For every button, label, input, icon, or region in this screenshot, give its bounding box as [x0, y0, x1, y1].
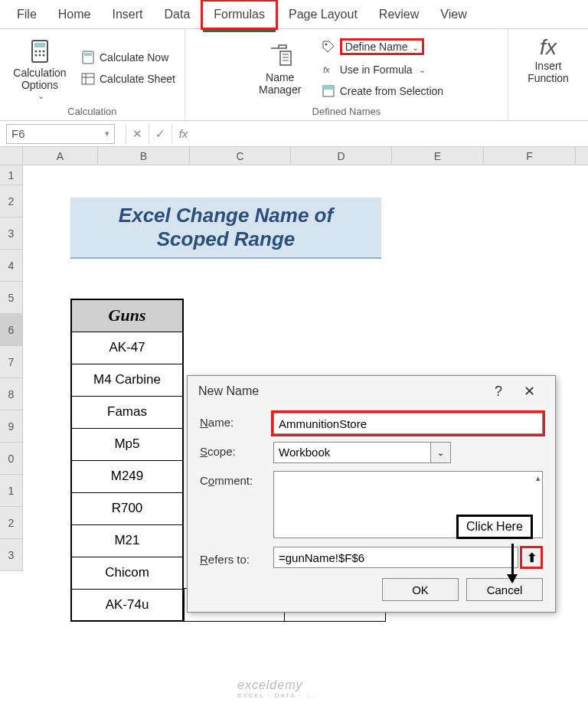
tab-home[interactable]: Home	[47, 2, 102, 28]
formula-input[interactable]	[194, 124, 588, 144]
cell[interactable]: Mp5	[71, 428, 183, 460]
col-header-c[interactable]: C	[190, 147, 291, 165]
svg-point-7	[43, 54, 45, 56]
tab-formulas[interactable]: Formulas	[201, 0, 278, 30]
cell[interactable]: AK-47	[71, 332, 183, 364]
scope-select[interactable]: Workbook	[273, 442, 431, 463]
row-header[interactable]: 2	[0, 185, 23, 217]
cell[interactable]: M4 Carbine	[71, 364, 183, 396]
scope-dropdown-button[interactable]: ⌄	[431, 442, 451, 463]
row-header[interactable]: 9	[0, 410, 23, 443]
svg-rect-20	[323, 86, 334, 90]
calculation-options-label: Calculation Options	[6, 67, 74, 91]
calculate-now-label: Calculate Now	[100, 51, 168, 64]
fx-icon: fx	[322, 63, 335, 77]
name-manager-icon	[268, 44, 292, 68]
col-header-a[interactable]: A	[23, 147, 98, 165]
cell[interactable]: M249	[71, 460, 183, 492]
chevron-down-icon[interactable]: ▾	[105, 129, 109, 139]
annotation-click-here: Click Here	[456, 515, 533, 539]
insert-function-button[interactable]: fx Insert Function	[514, 32, 582, 84]
row-header[interactable]: 8	[0, 378, 23, 410]
menu-bar: File Home Insert Data Formulas Page Layo…	[0, 0, 588, 29]
scroll-up-icon[interactable]: ▴	[536, 473, 541, 483]
fx-large-icon: fx	[540, 35, 557, 60]
calculate-now-button[interactable]: Calculate Now	[78, 49, 178, 66]
ribbon-group-defined-names: Name Manager Define Name ⌄ fx Use in For…	[185, 29, 508, 120]
ok-button[interactable]: OK	[382, 578, 459, 601]
formula-bar: F6 ▾ ✕ ✓ fx	[0, 121, 588, 147]
cell[interactable]: AK-74u	[71, 589, 183, 621]
scope-label: Scope:	[200, 442, 273, 458]
cancel-button[interactable]: Cancel	[466, 578, 543, 601]
calculation-options-button[interactable]: Calculation Options⌄	[6, 32, 74, 104]
row-header[interactable]: 5	[0, 282, 23, 314]
create-from-selection-button[interactable]: Create from Selection	[318, 83, 446, 100]
chevron-down-icon: ⌄	[412, 43, 419, 52]
tab-file[interactable]: File	[6, 2, 47, 28]
sheet-title: Excel Change Name of Scoped Range	[70, 198, 381, 259]
row-header[interactable]: 7	[0, 346, 23, 378]
confirm-formula-button[interactable]: ✓	[149, 124, 172, 144]
tab-page-layout[interactable]: Page Layout	[278, 2, 368, 28]
tab-data[interactable]: Data	[153, 2, 201, 28]
svg-point-2	[35, 50, 38, 52]
dialog-titlebar[interactable]: New Name ? ✕	[188, 376, 555, 407]
refers-to-label: Refers to:	[200, 550, 273, 566]
title-line-1: Excel Change Name of	[70, 204, 381, 227]
create-from-selection-label: Create from Selection	[340, 85, 443, 97]
row-header[interactable]: 1	[0, 475, 23, 507]
svg-text:fx: fx	[323, 65, 330, 74]
tab-view[interactable]: View	[430, 2, 477, 28]
use-in-formula-button[interactable]: fx Use in Formula⌄	[318, 61, 446, 78]
name-manager-button[interactable]: Name Manager	[247, 32, 314, 104]
svg-rect-1	[34, 43, 45, 47]
calculator-icon	[28, 39, 52, 64]
col-header-e[interactable]: E	[392, 147, 484, 165]
refers-to-input[interactable]	[273, 547, 518, 568]
tab-insert[interactable]: Insert	[101, 2, 153, 28]
calc-sheet-icon	[81, 72, 95, 86]
col-header-b[interactable]: B	[98, 147, 190, 165]
col-header-f[interactable]: F	[484, 147, 576, 165]
col-header-d[interactable]: D	[291, 147, 392, 165]
cell[interactable]: Chicom	[71, 557, 183, 589]
calculate-sheet-button[interactable]: Calculate Sheet	[78, 70, 178, 87]
dialog-help-button[interactable]: ?	[483, 384, 514, 400]
row-header[interactable]: 0	[0, 443, 23, 475]
ribbon-group-insert-function: fx Insert Function	[508, 29, 588, 120]
define-name-button[interactable]: Define Name ⌄	[318, 37, 446, 57]
name-input[interactable]	[273, 413, 543, 434]
row-header[interactable]: 1	[0, 165, 23, 185]
comment-label: Comment:	[200, 471, 273, 487]
row-header[interactable]: 4	[0, 250, 23, 282]
row-header[interactable]: 3	[0, 539, 23, 571]
svg-point-6	[39, 54, 41, 56]
svg-point-17	[325, 44, 327, 46]
fx-button[interactable]: fx	[172, 124, 194, 144]
cell[interactable]: R700	[71, 492, 183, 524]
collapse-dialog-button[interactable]: ⬆	[520, 546, 543, 569]
chevron-down-icon: ⌄	[38, 91, 44, 101]
group-label-defined-names: Defined Names	[191, 104, 501, 120]
tab-review[interactable]: Review	[368, 2, 430, 28]
cell[interactable]: M21	[71, 524, 183, 557]
calc-now-icon	[81, 51, 95, 64]
name-box[interactable]: F6 ▾	[6, 124, 115, 144]
use-in-formula-label: Use in Formula	[340, 64, 413, 76]
spreadsheet-grid: A B C D E F 1 2 3 4 5 6 7 8 9 0 1 2 3 Ex…	[0, 147, 588, 165]
calculate-sheet-label: Calculate Sheet	[100, 73, 175, 85]
cancel-formula-button[interactable]: ✕	[126, 124, 149, 144]
row-header[interactable]: 6	[0, 314, 23, 346]
dialog-title-text: New Name	[198, 384, 259, 398]
row-header[interactable]: 3	[0, 217, 23, 250]
svg-point-4	[43, 50, 45, 52]
select-all-corner[interactable]	[0, 147, 23, 165]
svg-rect-10	[82, 74, 94, 84]
table-header-guns[interactable]: Guns	[71, 299, 183, 332]
chevron-down-icon: ⌄	[419, 65, 426, 75]
row-header[interactable]: 2	[0, 507, 23, 539]
dialog-close-button[interactable]: ✕	[514, 383, 544, 400]
cell[interactable]: Famas	[71, 396, 183, 428]
name-label: Name:	[200, 413, 273, 429]
